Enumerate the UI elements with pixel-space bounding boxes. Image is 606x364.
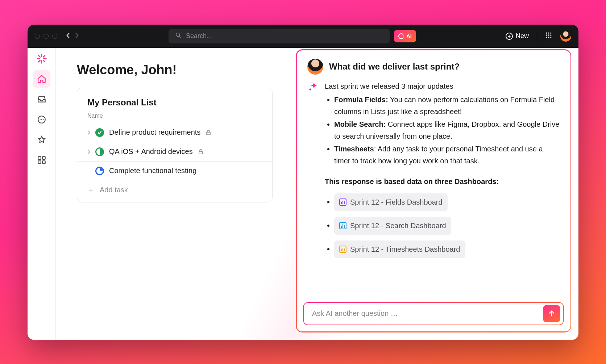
svg-rect-23 bbox=[38, 156, 41, 159]
source-label: Sprint 12 - Search Dashboard bbox=[350, 220, 446, 232]
svg-point-4 bbox=[550, 33, 551, 34]
svg-point-7 bbox=[550, 34, 551, 35]
svg-rect-25 bbox=[38, 161, 41, 164]
svg-point-8 bbox=[546, 37, 547, 38]
status-progress-icon[interactable] bbox=[95, 167, 104, 175]
svg-line-16 bbox=[43, 60, 45, 62]
task-row[interactable]: Complete functional testing bbox=[77, 161, 272, 180]
user-avatar bbox=[307, 59, 323, 75]
svg-point-21 bbox=[41, 119, 42, 120]
ask-ai-row bbox=[303, 302, 564, 325]
svg-point-5 bbox=[546, 34, 547, 35]
svg-rect-28 bbox=[199, 151, 203, 154]
plus-circle-icon: + bbox=[506, 33, 513, 40]
caret-right-icon[interactable] bbox=[87, 147, 90, 156]
ai-bullet: Mobile Search: Connect apps like Figma, … bbox=[334, 118, 560, 142]
lock-icon bbox=[198, 149, 204, 155]
personal-list-card: My Personal List Name Define product req… bbox=[77, 88, 273, 202]
ai-question: What did we deliver last sprint? bbox=[329, 62, 460, 72]
sidebar-item-more[interactable] bbox=[33, 111, 50, 128]
ai-panel: What did we deliver last sprint? Last sp… bbox=[296, 49, 571, 332]
send-button[interactable] bbox=[543, 305, 560, 322]
apps-grid-icon[interactable] bbox=[545, 32, 552, 41]
task-row[interactable]: QA iOS + Android devices bbox=[77, 142, 272, 161]
svg-point-22 bbox=[43, 119, 43, 120]
column-name: Name bbox=[77, 113, 272, 123]
svg-rect-26 bbox=[42, 161, 45, 164]
svg-point-20 bbox=[40, 119, 40, 120]
task-label: Complete functional testing bbox=[109, 167, 196, 175]
search-icon bbox=[175, 32, 182, 40]
main-area: Welcome, John! My Personal List Name Def… bbox=[56, 48, 578, 340]
nav-forward-icon[interactable] bbox=[75, 32, 79, 40]
nav-arrows bbox=[66, 32, 79, 40]
ask-ai-input[interactable] bbox=[312, 309, 543, 318]
avatar[interactable] bbox=[560, 31, 571, 42]
search-placeholder: Search… bbox=[186, 32, 213, 40]
ai-bullet: Formula Fields: You can now perform calc… bbox=[334, 94, 560, 118]
source-label: Sprint 12 - Timesheets Dashboard bbox=[350, 243, 460, 255]
new-label: New bbox=[516, 32, 529, 40]
dashboard-chip[interactable]: Sprint 12 - Timesheets Dashboard bbox=[334, 240, 465, 258]
svg-rect-24 bbox=[42, 156, 45, 159]
app-logo[interactable] bbox=[36, 53, 47, 64]
svg-point-0 bbox=[176, 33, 180, 37]
source-item: Sprint 12 - Fields Dashboard bbox=[334, 193, 560, 211]
svg-point-6 bbox=[548, 34, 549, 35]
task-label: Define product requirements bbox=[109, 128, 200, 137]
ai-answer: Last sprint we released 3 major updates … bbox=[325, 80, 560, 264]
text-caret bbox=[311, 309, 311, 318]
divider bbox=[537, 32, 537, 41]
sidebar-item-inbox[interactable] bbox=[33, 91, 50, 108]
add-task-button[interactable]: + Add task bbox=[77, 180, 272, 198]
plus-icon: + bbox=[87, 185, 95, 195]
window-max-dot[interactable] bbox=[52, 34, 57, 39]
list-title: My Personal List bbox=[77, 97, 272, 113]
task-row[interactable]: Define product requirements bbox=[77, 123, 272, 142]
status-half-icon[interactable] bbox=[95, 147, 104, 156]
window-min-dot[interactable] bbox=[43, 34, 49, 39]
sidebar-item-home[interactable] bbox=[33, 70, 50, 88]
svg-point-10 bbox=[550, 37, 551, 38]
app-window: Search… AI + New bbox=[28, 25, 578, 340]
svg-point-2 bbox=[546, 33, 547, 34]
ai-ring-icon bbox=[398, 33, 404, 39]
svg-rect-27 bbox=[207, 132, 210, 135]
sidebar bbox=[28, 48, 56, 340]
ai-answer-intro: Last sprint we released 3 major updates bbox=[325, 82, 453, 90]
source-item: Sprint 12 - Search Dashboard bbox=[334, 217, 560, 235]
svg-line-18 bbox=[38, 60, 40, 62]
ai-bullet: Timesheets: Add any task to your persona… bbox=[334, 143, 560, 167]
dashboard-icon bbox=[339, 198, 346, 206]
dashboard-chip[interactable]: Sprint 12 - Search Dashboard bbox=[334, 217, 451, 235]
source-item: Sprint 12 - Timesheets Dashboard bbox=[334, 240, 560, 258]
dashboard-icon bbox=[339, 246, 346, 253]
window-close-dot[interactable] bbox=[35, 34, 40, 39]
add-task-label: Add task bbox=[100, 186, 128, 194]
titlebar: Search… AI + New bbox=[28, 25, 578, 48]
sidebar-item-favorites[interactable] bbox=[33, 131, 50, 148]
lock-icon bbox=[206, 130, 211, 135]
source-label: Sprint 12 - Fields Dashboard bbox=[350, 196, 443, 208]
svg-line-15 bbox=[38, 55, 40, 57]
window-controls bbox=[35, 34, 57, 39]
sparkle-icon bbox=[307, 81, 319, 93]
svg-line-1 bbox=[179, 36, 181, 38]
caret-right-icon[interactable] bbox=[87, 128, 90, 137]
new-button[interactable]: + New bbox=[506, 32, 529, 40]
svg-point-3 bbox=[548, 33, 549, 34]
nav-back-icon[interactable] bbox=[66, 32, 70, 40]
search-input[interactable]: Search… bbox=[169, 29, 390, 43]
svg-line-17 bbox=[43, 55, 45, 57]
ai-label: AI bbox=[406, 33, 412, 39]
status-done-icon[interactable] bbox=[95, 128, 104, 137]
svg-point-9 bbox=[548, 37, 549, 38]
dashboard-chip[interactable]: Sprint 12 - Fields Dashboard bbox=[334, 193, 448, 211]
ai-button[interactable]: AI bbox=[394, 30, 416, 42]
task-label: QA iOS + Android devices bbox=[109, 147, 193, 156]
sources-heading: This response is based data on three Das… bbox=[325, 176, 560, 188]
sidebar-item-apps[interactable] bbox=[33, 151, 50, 169]
dashboard-icon bbox=[339, 222, 346, 229]
